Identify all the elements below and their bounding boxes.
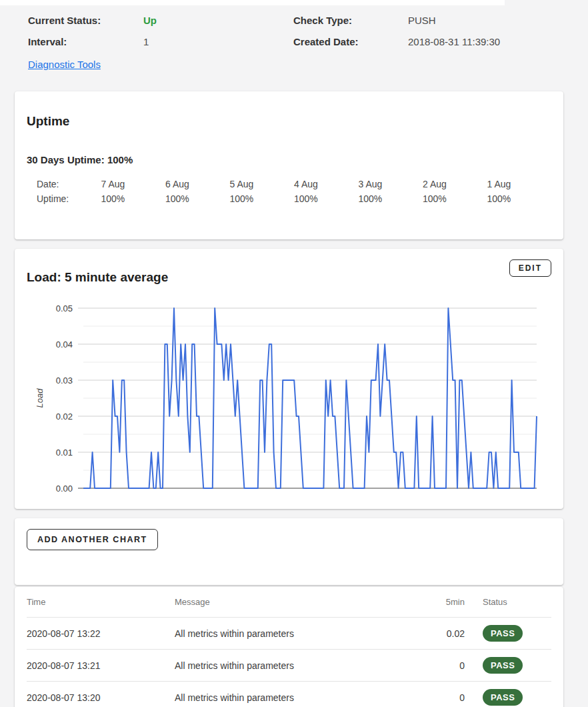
created-date-value: 2018-08-31 11:39:30 [408,36,588,47]
add-another-chart-button[interactable]: ADD ANOTHER CHART [27,529,158,550]
results-table: Time Message 5min Status 2020-08-07 13:2… [15,587,563,707]
column-header-5min: 5min [418,597,465,607]
uptime-cell: 100% [101,191,166,206]
date-cell: 5 Aug [230,177,295,191]
status-grid: Current Status: Up Check Type: PUSH Inte… [28,15,588,47]
row-time: 2020-08-07 13:20 [27,692,175,703]
uptime-cell: 100% [230,191,295,206]
current-status-label: Current Status: [28,15,143,26]
top-card-edge [0,0,505,5]
y-tick-label: 0.05 [56,303,73,313]
uptime-cell: 100% [359,191,423,206]
uptime-date-row: Date: 7 Aug 6 Aug 5 Aug 4 Aug 3 Aug 2 Au… [37,177,551,191]
date-row-label: Date: [37,177,101,191]
date-cell: 2 Aug [423,177,487,191]
results-table-header: Time Message 5min Status [27,587,551,618]
y-tick-label: 0.00 [56,484,73,494]
date-cell: 4 Aug [294,177,359,191]
uptime-cell: 100% [294,191,359,206]
uptime-row-label: Uptime: [37,191,101,206]
edit-button[interactable]: EDIT [509,259,551,277]
date-cell: 1 Aug [487,177,552,191]
row-5min: 0 [418,692,465,703]
check-type-label: Check Type: [293,15,408,26]
y-tick-label: 0.02 [56,412,73,422]
uptime-table: Date: 7 Aug 6 Aug 5 Aug 4 Aug 3 Aug 2 Au… [37,177,551,206]
y-tick-label: 0.03 [56,376,73,386]
interval-label: Interval: [28,36,143,47]
check-type-value: PUSH [408,15,588,26]
date-cell: 3 Aug [359,177,423,191]
uptime-card-title: Uptime [27,114,551,129]
date-cell: 7 Aug [101,177,166,191]
interval-value: 1 [143,36,293,47]
y-tick-label: 0.04 [56,339,73,349]
column-header-status: Status [465,597,551,607]
table-row[interactable]: 2020-08-07 13:22 All metrics within para… [27,618,551,650]
status-badge: PASS [483,625,523,642]
row-message: All metrics within parameters [175,692,418,703]
current-status-value: Up [143,15,293,26]
uptime-cell: 100% [165,191,230,206]
status-panel: Current Status: Up Check Type: PUSH Inte… [0,0,588,71]
row-5min: 0 [418,660,465,671]
table-row[interactable]: 2020-08-07 13:20 All metrics within para… [27,682,551,707]
row-time: 2020-08-07 13:21 [27,660,175,671]
uptime-cell: 100% [487,191,552,206]
load-chart: 0.000.010.020.030.040.05Load [15,301,563,502]
row-time: 2020-08-07 13:22 [27,628,175,639]
row-message: All metrics within parameters [175,628,418,639]
y-axis-title: Load [35,388,45,408]
status-badge: PASS [483,657,523,674]
row-message: All metrics within parameters [175,660,418,671]
load-chart-title: Load: 5 minute average [27,270,551,285]
diagnostic-tools-link[interactable]: Diagnostic Tools [28,59,101,70]
column-header-time: Time [27,597,175,607]
load-chart-card: EDIT Load: 5 minute average 0.000.010.02… [15,249,563,509]
table-row[interactable]: 2020-08-07 13:21 All metrics within para… [27,650,551,682]
y-tick-label: 0.01 [56,448,73,458]
add-chart-card: ADD ANOTHER CHART [15,518,563,585]
status-badge: PASS [483,689,523,706]
created-date-label: Created Date: [293,36,408,47]
load-line-chart-svg: 0.000.010.020.030.040.05Load [15,301,563,502]
uptime-card: Uptime 30 Days Uptime: 100% Date: 7 Aug … [15,91,563,239]
uptime-cell: 100% [423,191,487,206]
column-header-message: Message [175,597,418,607]
date-cell: 6 Aug [165,177,230,191]
uptime-value-row: Uptime: 100% 100% 100% 100% 100% 100% 10… [37,191,551,206]
uptime-summary: 30 Days Uptime: 100% [27,154,551,165]
row-5min: 0.02 [418,628,465,639]
